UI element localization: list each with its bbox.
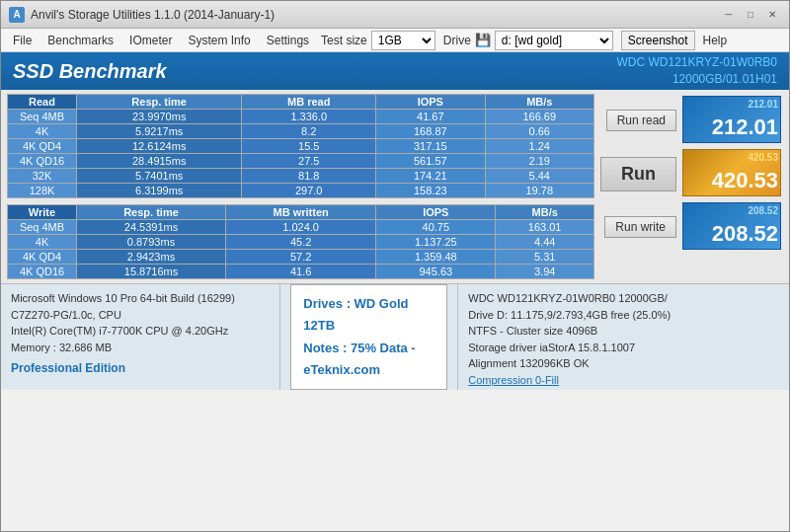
run-button[interactable]: Run	[600, 157, 676, 191]
read-iops: 41.67	[376, 110, 485, 124]
window-title: Anvil's Storage Utilities 1.1.0 (2014-Ja…	[31, 8, 720, 22]
read-resp: 28.4915ms	[77, 154, 242, 169]
read-mb: 8.2	[242, 124, 376, 139]
drive-info-r6: Compression 0-Fill	[468, 372, 779, 389]
drive-info-r5: Alignment 132096KB OK	[468, 355, 779, 372]
read-mbs: 2.19	[485, 154, 593, 169]
bench-table-area: Read Resp. time MB read IOPS MB/s Seq 4M…	[7, 94, 594, 279]
write-mb: 1.024.0	[225, 220, 375, 235]
read-mbs: 5.44	[485, 169, 593, 184]
read-mb: 81.8	[242, 169, 376, 184]
window-controls: ─ □ ✕	[720, 6, 781, 24]
bottom-center: Drives : WD Gold 12TB Notes : 75% Data -…	[280, 284, 458, 390]
minimize-button[interactable]: ─	[720, 6, 738, 24]
write-row-label: 4K	[8, 235, 77, 250]
write-mbs: 3.94	[496, 265, 594, 279]
menu-iometer[interactable]: IOmeter	[121, 31, 180, 50]
app-icon: A	[9, 7, 25, 23]
run-read-button[interactable]: Run read	[606, 110, 676, 131]
read-mbs: 0.66	[485, 124, 593, 139]
read-row-label: 32K	[8, 169, 77, 184]
menu-sysinfo[interactable]: System Info	[180, 31, 258, 50]
read-mbs: 19.78	[485, 184, 593, 198]
app-title: SSD Benchmark	[13, 60, 167, 83]
write-resp: 2.9423ms	[77, 250, 226, 265]
run-write-button[interactable]: Run write	[604, 216, 676, 238]
read-mb: 1.336.0	[242, 110, 376, 124]
read-resp: 5.7401ms	[77, 169, 242, 184]
drives-line: Drives : WD Gold 12TB	[303, 293, 434, 337]
write-resp: 24.5391ms	[77, 220, 226, 235]
menu-bar: File Benchmarks IOmeter System Info Sett…	[1, 29, 789, 52]
sysinfo-line2: C7Z270-PG/1.0c, CPU	[11, 307, 270, 324]
write-score-big: 208.52	[712, 221, 778, 247]
maximize-button[interactable]: □	[742, 6, 759, 24]
drives-notes-box: Drives : WD Gold 12TB Notes : 75% Data -…	[290, 284, 447, 389]
menu-benchmarks[interactable]: Benchmarks	[40, 31, 121, 50]
read-table-row: 4K QD4 12.6124ms 15.5 317.15 1.24	[8, 139, 594, 154]
read-resp: 5.9217ms	[77, 124, 242, 139]
col-resp-read: Resp. time	[77, 95, 242, 110]
read-header: Read	[8, 95, 77, 110]
read-resp: 6.3199ms	[77, 184, 242, 198]
title-bar: A Anvil's Storage Utilities 1.1.0 (2014-…	[1, 1, 789, 29]
read-iops: 158.23	[376, 184, 485, 198]
close-button[interactable]: ✕	[763, 6, 781, 24]
read-table-row: 128K 6.3199ms 297.0 158.23 19.78	[8, 184, 594, 198]
write-score-small: 208.52	[748, 205, 778, 216]
drive-info: WDC WD121KRYZ-01W0RB0 12000GB/01.01H01	[617, 54, 777, 88]
write-row-label: Seq 4MB	[8, 220, 77, 235]
read-row-label: 4K QD4	[8, 139, 77, 154]
drive-dropdown[interactable]: d: [wd gold]	[495, 31, 613, 50]
read-table-row: 32K 5.7401ms 81.8 174.21 5.44	[8, 169, 594, 184]
bottom-right: WDC WD121KRYZ-01W0RB0 12000GB/ Drive D: …	[458, 284, 789, 390]
app-header: SSD Benchmark WDC WD121KRYZ-01W0RB0 1200…	[1, 52, 789, 90]
read-table-row: 4K 5.9217ms 8.2 168.87 0.66	[8, 124, 594, 139]
write-resp: 0.8793ms	[77, 235, 226, 250]
read-iops: 174.21	[376, 169, 485, 184]
col-mb-write: MB written	[225, 205, 375, 220]
read-resp: 12.6124ms	[77, 139, 242, 154]
read-mb: 297.0	[242, 184, 376, 198]
sysinfo-line3: Intel(R) Core(TM) i7-7700K CPU @ 4.20GHz	[11, 323, 270, 340]
col-mbs-read: MB/s	[485, 95, 593, 110]
write-iops: 1.137.25	[376, 235, 496, 250]
read-resp: 23.9970ms	[77, 110, 242, 124]
test-size-group: Test size 1GB 4GB 256MB	[321, 31, 435, 50]
total-score-small: 420.53	[748, 152, 778, 163]
drive-info-r1: WDC WD121KRYZ-01W0RB0 12000GB/	[468, 290, 779, 307]
write-iops: 40.75	[376, 220, 496, 235]
read-mb: 15.5	[242, 139, 376, 154]
col-iops-write: IOPS	[376, 205, 496, 220]
read-row-label: 4K	[8, 124, 77, 139]
testsize-dropdown[interactable]: 1GB 4GB 256MB	[371, 31, 435, 50]
bottom-left: Microsoft Windows 10 Pro 64-bit Build (1…	[1, 284, 280, 390]
menu-settings[interactable]: Settings	[259, 31, 317, 50]
pro-edition-label: Professional Edition	[11, 359, 270, 377]
read-mbs: 1.24	[485, 139, 593, 154]
menu-help[interactable]: Help	[695, 31, 736, 50]
read-mbs: 166.69	[485, 110, 593, 124]
drive-info-line1: WDC WD121KRYZ-01W0RB0	[617, 55, 777, 69]
read-score-box: 212.01 212.01	[682, 96, 781, 143]
read-mb: 27.5	[242, 154, 376, 169]
screenshot-button[interactable]: Screenshot	[621, 31, 695, 50]
read-score-big: 212.01	[712, 114, 778, 140]
total-score-box: 420.53 420.53	[682, 149, 781, 196]
read-score-small: 212.01	[748, 99, 778, 110]
read-row-label: 128K	[8, 184, 77, 198]
col-iops-read: IOPS	[376, 95, 485, 110]
write-score-row: Run write 208.52 208.52	[600, 202, 783, 252]
read-score-row: Run read 212.01 212.01	[600, 96, 783, 145]
drive-info-r2: Drive D: 11.175,9/2.793,4GB free (25.0%)	[468, 307, 779, 324]
write-table-row: 4K 0.8793ms 45.2 1.137.25 4.44	[8, 235, 594, 250]
read-row-label: 4K QD16	[8, 154, 77, 169]
write-iops: 1.359.48	[376, 250, 496, 265]
write-mbs: 4.44	[496, 235, 594, 250]
drive-group: Drive 💾 d: [wd gold]	[443, 31, 613, 50]
write-mb: 57.2	[225, 250, 375, 265]
col-mb-read: MB read	[242, 95, 376, 110]
menu-file[interactable]: File	[5, 31, 40, 50]
drive-info-r3: NTFS - Cluster size 4096B	[468, 323, 779, 340]
write-score-box: 208.52 208.52	[682, 202, 781, 250]
